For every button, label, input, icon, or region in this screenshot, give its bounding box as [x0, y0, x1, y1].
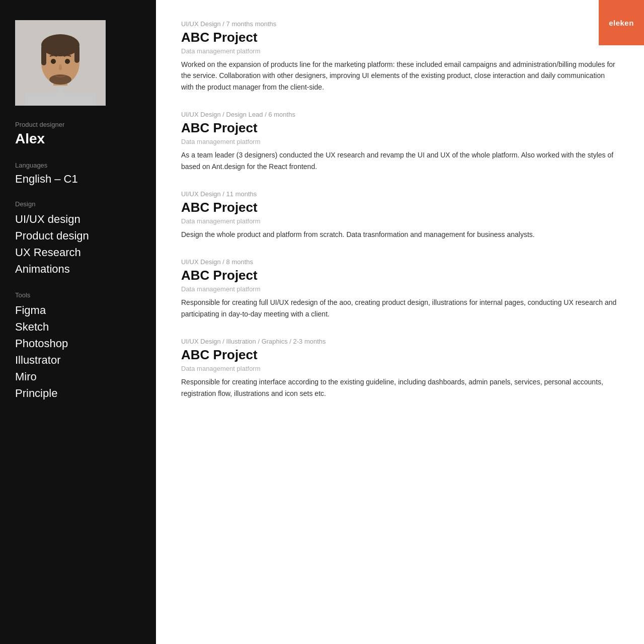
- project-description: Responsible for creating interface accor…: [181, 376, 619, 399]
- svg-point-5: [41, 34, 79, 56]
- design-skills-list: UI/UX design Product design UX Research …: [15, 211, 141, 277]
- list-item: Sketch: [15, 318, 141, 335]
- svg-point-11: [51, 59, 56, 64]
- tools-list: Figma Sketch Photoshop Illustrator Miro …: [15, 302, 141, 401]
- project-entry: UI/UX Design / 8 months ABC Project Data…: [181, 258, 619, 319]
- svg-point-12: [65, 59, 70, 64]
- project-meta: UI/UX Design / 7 months months: [181, 20, 619, 28]
- project-entry: UI/UX Design / Illustration / Graphics /…: [181, 338, 619, 399]
- svg-rect-6: [41, 45, 46, 65]
- project-subtitle: Data management platform: [181, 47, 619, 55]
- designer-name: Alex: [15, 130, 141, 147]
- sidebar: Product designer Alex Languages English …: [0, 0, 156, 644]
- project-subtitle: Data management platform: [181, 365, 619, 372]
- project-title: ABC Project: [181, 347, 619, 363]
- project-title: ABC Project: [181, 120, 619, 136]
- svg-rect-7: [74, 45, 79, 63]
- main-content: eleken UI/UX Design / 7 months months AB…: [156, 0, 644, 644]
- avatar: [15, 20, 106, 106]
- project-entry: UI/UX Design / 11 months ABC Project Dat…: [181, 190, 619, 240]
- languages-section: Languages English – C1: [15, 162, 141, 187]
- role-label: Product designer: [15, 121, 141, 128]
- design-label: Design: [15, 200, 141, 208]
- project-description: Responsible for creating full UI/UX rede…: [181, 297, 619, 319]
- role-section: Product designer Alex: [15, 121, 141, 147]
- logo-badge: eleken: [599, 0, 644, 45]
- project-meta: UI/UX Design / 11 months: [181, 190, 619, 198]
- project-title: ABC Project: [181, 200, 619, 215]
- project-entry: UI/UX Design / 7 months months ABC Proje…: [181, 20, 619, 93]
- project-description: As a team leader (3 designers) conducted…: [181, 149, 619, 172]
- design-section: Design UI/UX design Product design UX Re…: [15, 200, 141, 277]
- logo-text: eleken: [609, 19, 634, 27]
- tools-label: Tools: [15, 291, 141, 299]
- list-item: Figma: [15, 302, 141, 318]
- language-value: English – C1: [15, 172, 141, 187]
- svg-point-8: [49, 74, 71, 85]
- list-item: Photoshop: [15, 335, 141, 352]
- project-meta: UI/UX Design / Design Lead / 6 months: [181, 111, 619, 118]
- languages-label: Languages: [15, 162, 141, 169]
- project-description: Design the whole product and platform fr…: [181, 229, 619, 240]
- list-item: UX Research: [15, 244, 141, 261]
- project-subtitle: Data management platform: [181, 217, 619, 225]
- project-subtitle: Data management platform: [181, 138, 619, 145]
- list-item: Illustrator: [15, 352, 141, 368]
- list-item: Animations: [15, 261, 141, 277]
- project-meta: UI/UX Design / Illustration / Graphics /…: [181, 338, 619, 345]
- project-entry: UI/UX Design / Design Lead / 6 months AB…: [181, 111, 619, 172]
- project-subtitle: Data management platform: [181, 285, 619, 293]
- project-description: Worked on the expansion of products line…: [181, 59, 619, 93]
- list-item: Principle: [15, 385, 141, 401]
- project-title: ABC Project: [181, 268, 619, 283]
- list-item: Product design: [15, 227, 141, 244]
- list-item: Miro: [15, 368, 141, 385]
- project-meta: UI/UX Design / 8 months: [181, 258, 619, 266]
- tools-section: Tools Figma Sketch Photoshop Illustrator…: [15, 291, 141, 401]
- list-item: UI/UX design: [15, 211, 141, 227]
- svg-rect-10: [25, 93, 96, 106]
- project-title: ABC Project: [181, 30, 619, 45]
